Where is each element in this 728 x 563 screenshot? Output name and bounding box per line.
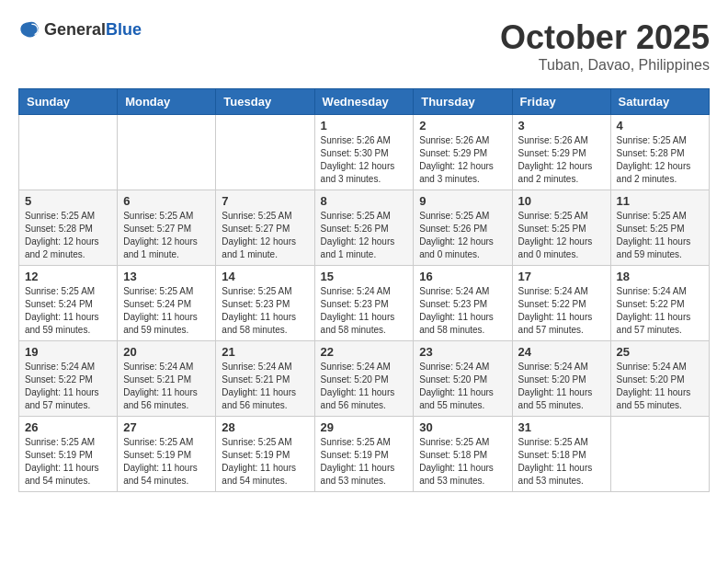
calendar-cell: 20Sunrise: 5:24 AM Sunset: 5:21 PM Dayli… xyxy=(118,341,216,417)
calendar-cell: 23Sunrise: 5:24 AM Sunset: 5:20 PM Dayli… xyxy=(414,341,512,417)
logo-icon xyxy=(18,18,40,40)
weekday-header: Tuesday xyxy=(216,89,314,115)
calendar-cell: 10Sunrise: 5:25 AM Sunset: 5:25 PM Dayli… xyxy=(512,190,610,266)
day-number: 20 xyxy=(123,345,210,359)
calendar-cell: 5Sunrise: 5:25 AM Sunset: 5:28 PM Daylig… xyxy=(19,190,118,266)
day-number: 25 xyxy=(617,345,703,359)
calendar: SundayMondayTuesdayWednesdayThursdayFrid… xyxy=(18,88,710,492)
day-number: 15 xyxy=(321,270,408,283)
day-number: 6 xyxy=(123,194,210,208)
calendar-cell: 15Sunrise: 5:24 AM Sunset: 5:23 PM Dayli… xyxy=(314,266,414,341)
day-info: Sunrise: 5:25 AM Sunset: 5:27 PM Dayligh… xyxy=(123,210,210,261)
day-number: 10 xyxy=(518,194,605,208)
day-info: Sunrise: 5:24 AM Sunset: 5:23 PM Dayligh… xyxy=(419,285,506,337)
day-number: 23 xyxy=(419,345,506,359)
day-number: 12 xyxy=(25,270,111,283)
location-title: Tuban, Davao, Philippines xyxy=(500,57,710,74)
day-info: Sunrise: 5:25 AM Sunset: 5:27 PM Dayligh… xyxy=(222,210,308,261)
calendar-cell: 25Sunrise: 5:24 AM Sunset: 5:20 PM Dayli… xyxy=(610,341,709,417)
day-info: Sunrise: 5:25 AM Sunset: 5:19 PM Dayligh… xyxy=(123,436,210,488)
title-area: October 2025 Tuban, Davao, Philippines xyxy=(500,18,710,74)
calendar-week-row: 5Sunrise: 5:25 AM Sunset: 5:28 PM Daylig… xyxy=(19,190,710,266)
day-number: 18 xyxy=(617,270,703,283)
day-number: 21 xyxy=(222,345,308,359)
day-info: Sunrise: 5:24 AM Sunset: 5:21 PM Dayligh… xyxy=(222,361,308,412)
day-info: Sunrise: 5:25 AM Sunset: 5:19 PM Dayligh… xyxy=(321,436,408,488)
calendar-week-row: 19Sunrise: 5:24 AM Sunset: 5:22 PM Dayli… xyxy=(19,341,710,417)
day-number: 5 xyxy=(25,194,111,208)
weekday-header: Saturday xyxy=(610,89,709,115)
day-info: Sunrise: 5:24 AM Sunset: 5:22 PM Dayligh… xyxy=(518,285,605,337)
day-info: Sunrise: 5:24 AM Sunset: 5:20 PM Dayligh… xyxy=(518,361,605,412)
weekday-header: Sunday xyxy=(19,89,118,115)
logo-text-general: General xyxy=(44,20,106,39)
day-number: 24 xyxy=(518,345,605,359)
calendar-cell: 16Sunrise: 5:24 AM Sunset: 5:23 PM Dayli… xyxy=(414,266,512,341)
logo-text-blue: Blue xyxy=(106,20,142,39)
weekday-header: Monday xyxy=(118,89,216,115)
day-number: 4 xyxy=(617,119,703,132)
calendar-week-row: 26Sunrise: 5:25 AM Sunset: 5:19 PM Dayli… xyxy=(19,417,710,492)
day-info: Sunrise: 5:24 AM Sunset: 5:20 PM Dayligh… xyxy=(321,361,408,412)
calendar-cell: 29Sunrise: 5:25 AM Sunset: 5:19 PM Dayli… xyxy=(314,417,414,492)
day-info: Sunrise: 5:24 AM Sunset: 5:20 PM Dayligh… xyxy=(617,361,703,412)
day-number: 7 xyxy=(222,194,308,208)
day-info: Sunrise: 5:25 AM Sunset: 5:19 PM Dayligh… xyxy=(25,436,111,488)
day-number: 13 xyxy=(123,270,210,283)
header: GeneralBlue October 2025 Tuban, Davao, P… xyxy=(18,18,710,74)
day-info: Sunrise: 5:25 AM Sunset: 5:28 PM Dayligh… xyxy=(617,134,703,186)
day-info: Sunrise: 5:25 AM Sunset: 5:18 PM Dayligh… xyxy=(419,436,506,488)
day-info: Sunrise: 5:24 AM Sunset: 5:23 PM Dayligh… xyxy=(321,285,408,337)
calendar-cell: 22Sunrise: 5:24 AM Sunset: 5:20 PM Dayli… xyxy=(314,341,414,417)
calendar-cell: 8Sunrise: 5:25 AM Sunset: 5:26 PM Daylig… xyxy=(314,190,414,266)
calendar-cell: 24Sunrise: 5:24 AM Sunset: 5:20 PM Dayli… xyxy=(512,341,610,417)
day-info: Sunrise: 5:25 AM Sunset: 5:25 PM Dayligh… xyxy=(518,210,605,261)
day-number: 8 xyxy=(321,194,408,208)
weekday-header: Friday xyxy=(512,89,610,115)
day-info: Sunrise: 5:26 AM Sunset: 5:29 PM Dayligh… xyxy=(518,134,605,186)
day-info: Sunrise: 5:26 AM Sunset: 5:30 PM Dayligh… xyxy=(321,134,408,186)
day-number: 14 xyxy=(222,270,308,283)
day-number: 1 xyxy=(321,119,408,132)
day-info: Sunrise: 5:25 AM Sunset: 5:19 PM Dayligh… xyxy=(222,436,308,488)
day-number: 16 xyxy=(419,270,506,283)
day-info: Sunrise: 5:25 AM Sunset: 5:26 PM Dayligh… xyxy=(419,210,506,261)
day-info: Sunrise: 5:25 AM Sunset: 5:24 PM Dayligh… xyxy=(25,285,111,337)
day-number: 26 xyxy=(25,420,111,434)
day-number: 19 xyxy=(25,345,111,359)
calendar-cell: 18Sunrise: 5:24 AM Sunset: 5:22 PM Dayli… xyxy=(610,266,709,341)
calendar-cell: 28Sunrise: 5:25 AM Sunset: 5:19 PM Dayli… xyxy=(216,417,314,492)
calendar-cell xyxy=(118,115,216,190)
calendar-cell: 19Sunrise: 5:24 AM Sunset: 5:22 PM Dayli… xyxy=(19,341,118,417)
calendar-cell: 31Sunrise: 5:25 AM Sunset: 5:18 PM Dayli… xyxy=(512,417,610,492)
calendar-cell: 13Sunrise: 5:25 AM Sunset: 5:24 PM Dayli… xyxy=(118,266,216,341)
day-info: Sunrise: 5:25 AM Sunset: 5:24 PM Dayligh… xyxy=(123,285,210,337)
calendar-week-row: 12Sunrise: 5:25 AM Sunset: 5:24 PM Dayli… xyxy=(19,266,710,341)
calendar-cell: 30Sunrise: 5:25 AM Sunset: 5:18 PM Dayli… xyxy=(414,417,512,492)
calendar-cell: 1Sunrise: 5:26 AM Sunset: 5:30 PM Daylig… xyxy=(314,115,414,190)
day-number: 17 xyxy=(518,270,605,283)
month-title: October 2025 xyxy=(500,18,710,57)
day-number: 11 xyxy=(617,194,703,208)
calendar-cell: 17Sunrise: 5:24 AM Sunset: 5:22 PM Dayli… xyxy=(512,266,610,341)
day-info: Sunrise: 5:24 AM Sunset: 5:22 PM Dayligh… xyxy=(25,361,111,412)
day-number: 9 xyxy=(419,194,506,208)
calendar-cell: 7Sunrise: 5:25 AM Sunset: 5:27 PM Daylig… xyxy=(216,190,314,266)
day-number: 29 xyxy=(321,420,408,434)
day-info: Sunrise: 5:25 AM Sunset: 5:25 PM Dayligh… xyxy=(617,210,703,261)
day-info: Sunrise: 5:24 AM Sunset: 5:22 PM Dayligh… xyxy=(617,285,703,337)
calendar-cell: 3Sunrise: 5:26 AM Sunset: 5:29 PM Daylig… xyxy=(512,115,610,190)
weekday-header: Wednesday xyxy=(314,89,414,115)
calendar-cell: 9Sunrise: 5:25 AM Sunset: 5:26 PM Daylig… xyxy=(414,190,512,266)
day-info: Sunrise: 5:25 AM Sunset: 5:28 PM Dayligh… xyxy=(25,210,111,261)
day-number: 27 xyxy=(123,420,210,434)
day-number: 28 xyxy=(222,420,308,434)
day-number: 2 xyxy=(419,119,506,132)
day-number: 3 xyxy=(518,119,605,132)
day-info: Sunrise: 5:24 AM Sunset: 5:20 PM Dayligh… xyxy=(419,361,506,412)
calendar-cell: 6Sunrise: 5:25 AM Sunset: 5:27 PM Daylig… xyxy=(118,190,216,266)
logo: GeneralBlue xyxy=(18,18,142,40)
day-info: Sunrise: 5:25 AM Sunset: 5:18 PM Dayligh… xyxy=(518,436,605,488)
calendar-cell: 4Sunrise: 5:25 AM Sunset: 5:28 PM Daylig… xyxy=(610,115,709,190)
calendar-cell: 26Sunrise: 5:25 AM Sunset: 5:19 PM Dayli… xyxy=(19,417,118,492)
